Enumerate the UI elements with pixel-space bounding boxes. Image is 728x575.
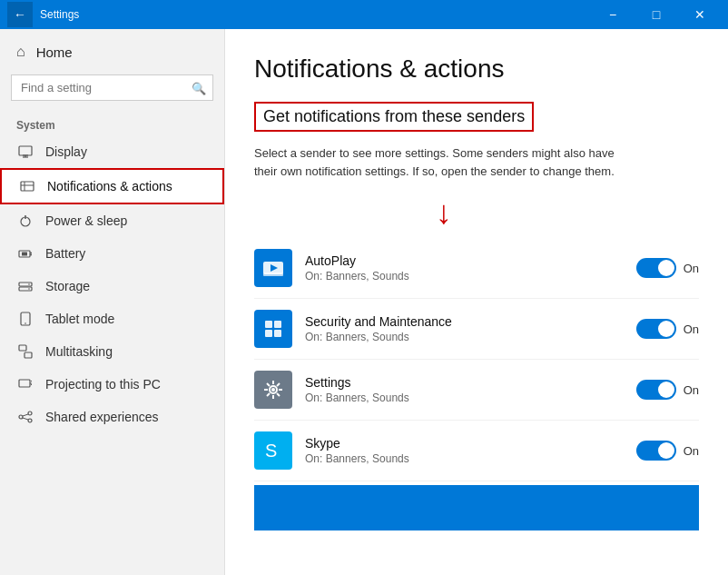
storage-icon bbox=[16, 279, 34, 293]
display-label: Display bbox=[45, 144, 87, 159]
tablet-label: Tablet mode bbox=[45, 312, 114, 326]
settings-toggle-label: On bbox=[684, 383, 699, 397]
settings-toggle-container: On bbox=[636, 380, 699, 400]
shared-icon bbox=[16, 410, 34, 424]
minimize-button[interactable]: − bbox=[592, 0, 634, 29]
svg-rect-0 bbox=[19, 146, 32, 155]
sidebar-item-tablet[interactable]: Tablet mode bbox=[0, 302, 224, 335]
sender-item-skype[interactable]: S Skype On: Banners, Sounds On bbox=[254, 421, 699, 481]
senders-header-text: Get notifications from these senders bbox=[263, 107, 525, 125]
svg-rect-21 bbox=[19, 380, 30, 387]
svg-point-18 bbox=[25, 322, 26, 324]
display-icon bbox=[16, 144, 34, 159]
autoplay-toggle-label: On bbox=[684, 262, 699, 275]
close-button[interactable]: ✕ bbox=[679, 0, 721, 29]
home-label: Home bbox=[36, 45, 73, 60]
maximize-button[interactable]: □ bbox=[635, 0, 677, 29]
sidebar-item-notifications[interactable]: Notifications & actions bbox=[0, 168, 224, 204]
main-content: Notifications & actions Get notification… bbox=[225, 29, 728, 575]
sidebar-item-projecting[interactable]: Projecting to this PC bbox=[0, 368, 224, 401]
power-icon bbox=[16, 213, 34, 228]
app-body: ⌂ Home 🔍 System Display bbox=[0, 29, 728, 575]
back-button[interactable]: ← bbox=[7, 2, 33, 27]
sender-item-settings[interactable]: Settings On: Banners, Sounds On bbox=[254, 360, 699, 421]
skype-icon: S bbox=[254, 431, 292, 470]
svg-line-23 bbox=[31, 384, 32, 385]
security-toggle-container: On bbox=[636, 319, 699, 339]
skype-info: Skype On: Banners, Sounds bbox=[305, 436, 636, 465]
sidebar-item-display[interactable]: Display bbox=[0, 135, 224, 168]
svg-rect-34 bbox=[274, 321, 281, 328]
autoplay-name: AutoPlay bbox=[305, 253, 636, 268]
svg-point-15 bbox=[28, 283, 30, 285]
security-info: Security and Maintenance On: Banners, So… bbox=[305, 314, 636, 343]
svg-point-26 bbox=[28, 411, 32, 415]
svg-rect-14 bbox=[19, 287, 32, 291]
security-icon bbox=[254, 310, 292, 348]
svg-rect-19 bbox=[19, 345, 26, 351]
senders-header-box: Get notifications from these senders bbox=[254, 102, 534, 132]
svg-line-29 bbox=[23, 418, 28, 420]
svg-rect-20 bbox=[25, 352, 32, 358]
home-icon: ⌂ bbox=[16, 44, 25, 60]
battery-label: Battery bbox=[45, 246, 85, 261]
sidebar-section-label: System bbox=[0, 112, 224, 135]
sidebar-item-storage[interactable]: Storage bbox=[0, 270, 224, 302]
search-container: 🔍 bbox=[11, 74, 213, 101]
page-title: Notifications & actions bbox=[254, 55, 699, 84]
svg-line-45 bbox=[277, 383, 280, 386]
svg-line-22 bbox=[31, 381, 32, 382]
red-arrow-icon: ↓ bbox=[436, 196, 452, 229]
svg-point-16 bbox=[28, 288, 30, 290]
sidebar-item-multitasking[interactable]: Multitasking bbox=[0, 335, 224, 368]
svg-text:S: S bbox=[265, 441, 277, 461]
search-icon: 🔍 bbox=[192, 81, 206, 94]
tablet-icon bbox=[16, 312, 34, 326]
settings-toggle[interactable] bbox=[636, 380, 676, 400]
bottom-partial-item bbox=[254, 485, 699, 530]
settings-app-icon bbox=[254, 371, 292, 409]
skype-name: Skype bbox=[305, 436, 636, 451]
title-bar: ← Settings − □ ✕ bbox=[0, 0, 728, 29]
skype-toggle-container: On bbox=[636, 441, 699, 461]
svg-point-38 bbox=[271, 388, 275, 392]
svg-line-44 bbox=[277, 393, 280, 396]
autoplay-toggle[interactable] bbox=[636, 258, 676, 278]
sender-item-security[interactable]: Security and Maintenance On: Banners, So… bbox=[254, 299, 699, 360]
svg-point-27 bbox=[28, 419, 32, 422]
multitasking-label: Multitasking bbox=[45, 344, 113, 359]
notifications-icon bbox=[18, 179, 36, 193]
window-controls: − □ ✕ bbox=[592, 0, 721, 29]
security-toggle[interactable] bbox=[636, 319, 676, 339]
multitasking-icon bbox=[16, 344, 34, 359]
settings-app-status: On: Banners, Sounds bbox=[305, 392, 636, 404]
shared-label: Shared experiences bbox=[45, 410, 159, 424]
skype-status: On: Banners, Sounds bbox=[305, 452, 636, 465]
notifications-label: Notifications & actions bbox=[47, 179, 172, 193]
storage-label: Storage bbox=[45, 279, 90, 293]
settings-app-info: Settings On: Banners, Sounds bbox=[305, 375, 636, 404]
skype-toggle[interactable] bbox=[636, 441, 676, 461]
svg-rect-33 bbox=[265, 321, 272, 328]
window-title: Settings bbox=[40, 8, 79, 21]
autoplay-toggle-container: On bbox=[636, 258, 699, 278]
svg-rect-10 bbox=[22, 253, 27, 256]
arrow-indicator: ↓ bbox=[254, 196, 699, 229]
power-label: Power & sleep bbox=[45, 213, 127, 228]
sidebar-item-power[interactable]: Power & sleep bbox=[0, 204, 224, 237]
sidebar-item-shared[interactable]: Shared experiences bbox=[0, 401, 224, 433]
projecting-label: Projecting to this PC bbox=[45, 377, 161, 392]
svg-line-43 bbox=[267, 383, 270, 386]
projecting-icon bbox=[16, 377, 34, 392]
sender-item-autoplay[interactable]: AutoPlay On: Banners, Sounds On bbox=[254, 238, 699, 299]
svg-rect-4 bbox=[21, 182, 34, 191]
battery-icon bbox=[16, 246, 34, 261]
svg-rect-35 bbox=[265, 330, 272, 337]
svg-line-28 bbox=[23, 414, 28, 416]
search-input[interactable] bbox=[11, 74, 213, 101]
svg-rect-13 bbox=[19, 283, 32, 286]
svg-rect-36 bbox=[274, 330, 281, 337]
senders-description: Select a sender to see more settings. So… bbox=[254, 144, 635, 180]
sidebar-item-home[interactable]: ⌂ Home bbox=[0, 29, 224, 74]
sidebar-item-battery[interactable]: Battery bbox=[0, 237, 224, 270]
